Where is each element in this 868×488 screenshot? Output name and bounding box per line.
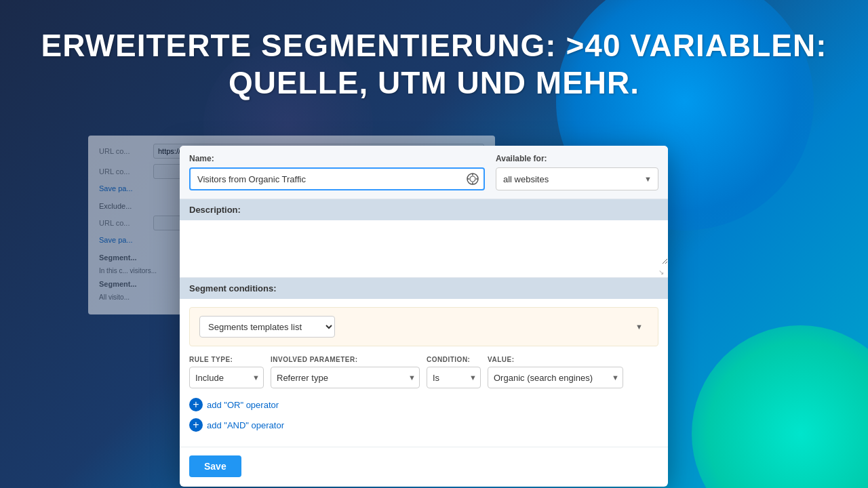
rule-type-label: RULE TYPE: bbox=[189, 356, 264, 363]
rule-type-column: RULE TYPE: Include Exclude ▼ bbox=[189, 356, 264, 388]
name-column: Name: bbox=[189, 154, 485, 190]
resize-corner-icon: ↘ bbox=[658, 268, 664, 276]
rule-type-select[interactable]: Include Exclude bbox=[189, 367, 264, 388]
templates-select-arrow: ▼ bbox=[635, 323, 643, 331]
available-select-wrapper: all websites specific website ▼ bbox=[496, 167, 658, 190]
available-label: Available for: bbox=[496, 154, 658, 163]
name-input-icon bbox=[466, 172, 479, 186]
rule-type-select-wrapper: Include Exclude ▼ bbox=[189, 367, 264, 388]
condition-select[interactable]: Is Is not Contains bbox=[427, 367, 481, 388]
value-select-wrapper: Organic (search engines) Direct Referral… bbox=[488, 367, 623, 388]
segment-conditions-section: Segment conditions: Segments templates l… bbox=[180, 278, 668, 447]
resize-handle-area: ↘ bbox=[180, 267, 668, 277]
involved-parameter-column: INVOLVED PARAMETER: Referrer type Referr… bbox=[271, 356, 420, 388]
svg-point-1 bbox=[470, 176, 475, 182]
templates-select[interactable]: Segments templates list Template 1 Templ… bbox=[199, 316, 335, 338]
value-label: VALUE: bbox=[488, 356, 623, 363]
add-and-label: add "AND" operator bbox=[207, 420, 284, 430]
rule-row: RULE TYPE: Include Exclude ▼ INVOLVED PA… bbox=[189, 356, 658, 388]
modal-footer: Save bbox=[180, 447, 668, 487]
templates-select-wrapper: Segments templates list Template 1 Templ… bbox=[199, 316, 648, 338]
headline-line2: QUELLE, UTM UND MEHR. bbox=[41, 64, 827, 102]
add-and-row[interactable]: + add "AND" operator bbox=[189, 418, 658, 432]
description-header: Description: bbox=[180, 199, 668, 220]
modal-dialog: Name: Available for: bbox=[180, 146, 668, 487]
involved-select[interactable]: Referrer type Referrer URL UTM Source UT… bbox=[271, 367, 420, 388]
save-button[interactable]: Save bbox=[189, 455, 241, 477]
bg-circle-teal bbox=[692, 325, 868, 488]
headline-line1: ERWEITERTE SEGMENTIERUNG: >40 VARIABLEN: bbox=[41, 27, 827, 64]
headline: ERWEITERTE SEGMENTIERUNG: >40 VARIABLEN:… bbox=[0, 14, 868, 115]
available-column: Available for: all websites specific web… bbox=[496, 154, 658, 190]
add-and-icon: + bbox=[189, 418, 203, 432]
condition-column: CONDITION: Is Is not Contains ▼ bbox=[427, 356, 481, 388]
condition-select-wrapper: Is Is not Contains ▼ bbox=[427, 367, 481, 388]
headline-text: ERWEITERTE SEGMENTIERUNG: >40 VARIABLEN:… bbox=[41, 27, 827, 102]
add-or-row[interactable]: + add "OR" operator bbox=[189, 398, 658, 411]
conditions-content: Segments templates list Template 1 Templ… bbox=[180, 299, 668, 447]
description-section: Description: ↘ bbox=[180, 199, 668, 278]
condition-label: CONDITION: bbox=[427, 356, 481, 363]
add-or-label: add "OR" operator bbox=[207, 400, 279, 410]
involved-select-wrapper: Referrer type Referrer URL UTM Source UT… bbox=[271, 367, 420, 388]
name-input[interactable] bbox=[189, 167, 485, 190]
segment-conditions-header: Segment conditions: bbox=[180, 278, 668, 299]
description-textarea[interactable] bbox=[180, 220, 668, 264]
available-select[interactable]: all websites specific website bbox=[496, 167, 658, 190]
value-select[interactable]: Organic (search engines) Direct Referral… bbox=[488, 367, 623, 388]
templates-row: Segments templates list Template 1 Templ… bbox=[189, 307, 658, 346]
name-input-wrapper bbox=[189, 167, 485, 190]
involved-label: INVOLVED PARAMETER: bbox=[271, 356, 420, 363]
value-column: VALUE: Organic (search engines) Direct R… bbox=[488, 356, 623, 388]
name-label: Name: bbox=[189, 154, 485, 163]
add-or-icon: + bbox=[189, 398, 203, 411]
name-available-row: Name: Available for: bbox=[180, 146, 668, 199]
